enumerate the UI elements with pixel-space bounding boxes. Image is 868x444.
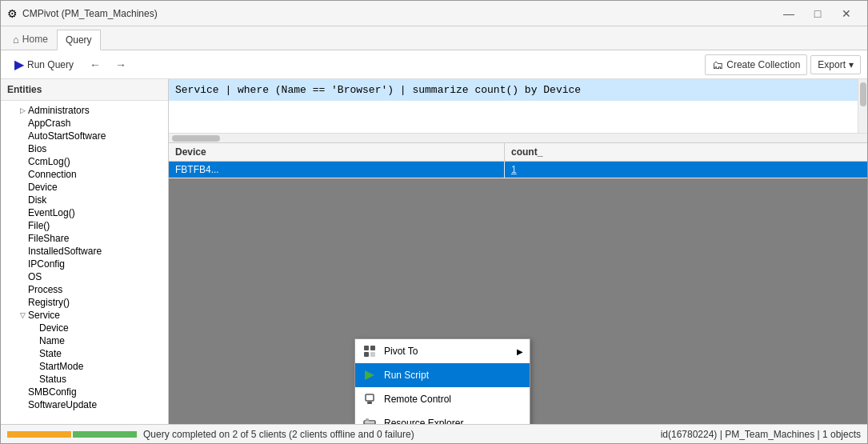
tree-item-os[interactable]: OS xyxy=(1,270,168,283)
progress-bar xyxy=(7,431,137,438)
tree-item-administrators[interactable]: ▷ Administrators xyxy=(1,104,168,117)
export-button[interactable]: Export ▾ xyxy=(810,55,861,74)
tree-item-softwareupdate[interactable]: SoftwareUpdate xyxy=(1,398,168,411)
tab-home[interactable]: ⌂ Home xyxy=(4,29,57,50)
entities-header: Entities xyxy=(1,79,168,101)
create-collection-label: Create Collection xyxy=(726,59,800,70)
minimize-button[interactable]: — xyxy=(774,1,803,26)
tree-item-service-device[interactable]: Device xyxy=(1,322,168,334)
main-content: Entities ▷ Administrators AppCrash AutoS… xyxy=(1,79,867,424)
table-row[interactable]: FBTFB4... 1 xyxy=(169,162,867,178)
pivot-label: Pivot To xyxy=(384,346,510,357)
tab-bar: ⌂ Home Query xyxy=(1,26,867,50)
tree-item-service-status[interactable]: Status xyxy=(1,373,168,386)
tree-item-service-name[interactable]: Name xyxy=(1,334,168,347)
menu-item-run-script[interactable]: Run Script xyxy=(355,363,530,387)
expand-icon xyxy=(17,130,28,142)
tree-item-fileshare[interactable]: FileShare xyxy=(1,232,168,245)
tree-item-autostart[interactable]: AutoStartSoftware xyxy=(1,130,168,142)
progress-offline xyxy=(7,431,71,438)
expand-icon xyxy=(17,169,28,180)
tab-query[interactable]: Query xyxy=(57,30,101,50)
run-script-icon xyxy=(362,367,378,383)
svg-rect-2 xyxy=(364,352,369,357)
cell-device: FBTFB4... xyxy=(169,162,505,178)
expand-icon xyxy=(28,335,39,346)
expand-icon xyxy=(17,297,28,308)
query-text[interactable]: Service | where (Name == 'Browser') | su… xyxy=(169,79,867,101)
remote-control-icon xyxy=(362,391,378,407)
progress-success xyxy=(73,431,137,438)
count-link[interactable]: 1 xyxy=(511,164,517,175)
expand-icon xyxy=(17,207,28,218)
expand-icon xyxy=(17,233,28,244)
status-bar: Query completed on 2 of 5 clients (2 cli… xyxy=(1,424,867,443)
tree-item-device[interactable]: Device xyxy=(1,181,168,194)
query-tab-label: Query xyxy=(66,34,92,46)
svg-rect-6 xyxy=(367,402,372,404)
forward-button[interactable]: → xyxy=(110,54,132,75)
toolbar: ▶ Run Query ← → 🗂 Create Collection Expo… xyxy=(1,50,867,79)
svg-rect-8 xyxy=(366,418,369,422)
editor-vscrollbar[interactable] xyxy=(858,79,867,133)
entities-tree[interactable]: ▷ Administrators AppCrash AutoStartSoftw… xyxy=(1,101,168,424)
menu-item-pivot[interactable]: Pivot To ▶ xyxy=(355,339,530,363)
context-menu: Pivot To ▶ Run Script Remote Control xyxy=(354,338,530,424)
expand-icon xyxy=(28,322,39,334)
collection-icon: 🗂 xyxy=(712,58,723,71)
svg-rect-3 xyxy=(370,352,375,357)
tree-item-service-startmode[interactable]: StartMode xyxy=(1,360,168,373)
resource-explorer-icon xyxy=(362,415,378,424)
app-icon: ⚙ xyxy=(7,7,18,20)
status-info: id(16780224) | PM_Team_Machines | 1 obje… xyxy=(661,429,861,440)
tree-item-ipconfig[interactable]: IPConfig xyxy=(1,258,168,270)
expand-icon xyxy=(28,348,39,359)
run-query-button[interactable]: ▶ Run Query xyxy=(7,53,81,76)
status-detail: id(16780224) | PM_Team_Machines | 1 obje… xyxy=(661,429,861,440)
expand-icon: ▷ xyxy=(17,105,28,116)
tree-item-service[interactable]: ▽ Service xyxy=(1,309,168,322)
svg-rect-0 xyxy=(364,346,369,350)
tree-item-disk[interactable]: Disk xyxy=(1,194,168,206)
hscrollbar-thumb[interactable] xyxy=(172,135,220,142)
tree-item-installedsoftware[interactable]: InstalledSoftware xyxy=(1,245,168,258)
tree-item-service-state[interactable]: State xyxy=(1,347,168,360)
expand-icon xyxy=(17,143,28,154)
expand-icon xyxy=(17,246,28,257)
tree-item-bios[interactable]: Bios xyxy=(1,142,168,155)
tree-item-connection[interactable]: Connection xyxy=(1,168,168,181)
menu-item-resource-explorer[interactable]: Resource Explorer xyxy=(355,411,530,424)
expand-icon xyxy=(17,118,28,129)
tree-item-eventlog[interactable]: EventLog() xyxy=(1,206,168,219)
back-button[interactable]: ← xyxy=(84,54,106,75)
menu-item-remote-control[interactable]: Remote Control xyxy=(355,387,530,411)
right-panel: Service | where (Name == 'Browser') | su… xyxy=(169,79,867,424)
vscrollbar-thumb[interactable] xyxy=(860,82,866,106)
cell-count: 1 xyxy=(505,162,867,178)
close-button[interactable]: ✕ xyxy=(832,1,861,26)
maximize-button[interactable]: □ xyxy=(803,1,832,26)
run-script-label: Run Script xyxy=(384,370,523,381)
query-editor[interactable]: Service | where (Name == 'Browser') | su… xyxy=(169,79,867,143)
create-collection-button[interactable]: 🗂 Create Collection xyxy=(705,54,807,75)
expand-icon xyxy=(17,271,28,282)
svg-rect-1 xyxy=(370,346,375,350)
tree-item-appcrash[interactable]: AppCrash xyxy=(1,117,168,130)
results-table: Device count_ FBTFB4... 1 xyxy=(169,143,867,178)
expand-icon xyxy=(17,284,28,295)
tree-item-smbconfig[interactable]: SMBConfig xyxy=(1,386,168,398)
tree-item-registry[interactable]: Registry() xyxy=(1,296,168,309)
svg-rect-5 xyxy=(366,394,374,401)
tree-item-process[interactable]: Process xyxy=(1,283,168,296)
tree-item-ccmlog[interactable]: CcmLog() xyxy=(1,155,168,168)
resource-explorer-label: Resource Explorer xyxy=(384,418,523,424)
column-count: count_ xyxy=(505,143,867,161)
run-query-label: Run Query xyxy=(27,59,74,70)
expand-icon xyxy=(28,361,39,372)
tree-item-file[interactable]: File() xyxy=(1,219,168,232)
pivot-icon xyxy=(362,343,378,359)
title-bar-left: ⚙ CMPivot (PM_Team_Machines) xyxy=(7,7,158,20)
editor-hscrollbar[interactable] xyxy=(169,133,867,142)
expand-icon xyxy=(17,258,28,270)
title-bar: ⚙ CMPivot (PM_Team_Machines) — □ ✕ xyxy=(1,1,867,26)
